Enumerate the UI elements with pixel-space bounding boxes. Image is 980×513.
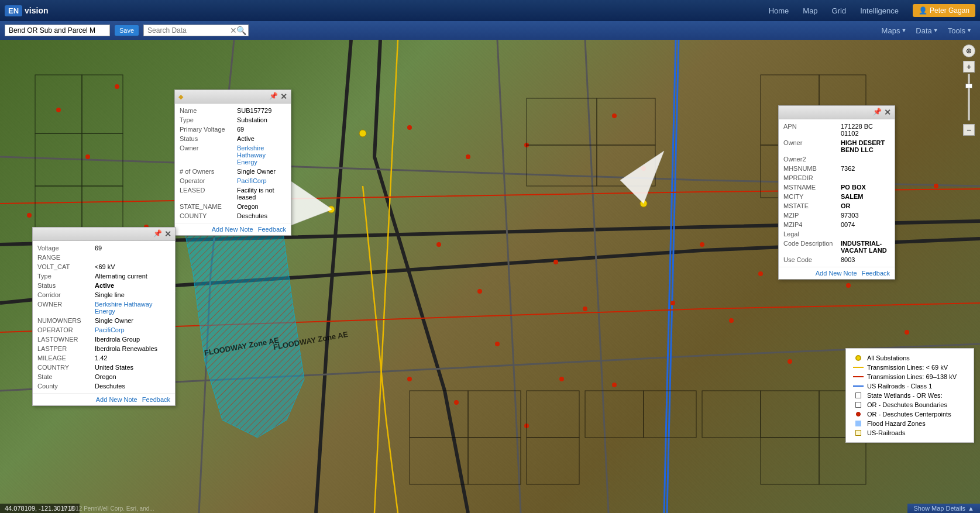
svg-point-23 — [788, 359, 792, 364]
svg-rect-33 — [35, 75, 82, 133]
tools-label: Tools — [948, 26, 965, 35]
svg-point-28 — [934, 184, 938, 188]
nav-home[interactable]: Home — [769, 6, 789, 15]
toolbar-right: Maps ▼ Data ▼ Tools ▼ — [878, 25, 975, 36]
map-container[interactable]: FLOODWAY Zone AE FLOODWAY Zone AE ◆ 📌 ✕ … — [0, 40, 980, 513]
svg-point-22 — [758, 271, 763, 276]
zoom-in-button[interactable]: + — [963, 61, 975, 73]
data-menu-button[interactable]: Data ▼ — [912, 25, 941, 36]
svg-rect-49 — [527, 391, 579, 438]
svg-point-19 — [670, 301, 675, 305]
popup-substation-pin-btn[interactable]: 📌 — [269, 92, 278, 101]
feedback-btn-transmission[interactable]: Feedback — [142, 396, 170, 403]
map-title-input[interactable] — [5, 25, 110, 36]
data-label: Data — [916, 26, 931, 35]
map-legend: All Substations Transmission Lines: < 69… — [845, 348, 974, 443]
svg-rect-56 — [761, 391, 819, 438]
zoom-slider-track[interactable] — [968, 74, 970, 120]
legend-item-transmission-high: Transmission Lines: 69–138 kV — [853, 372, 967, 381]
svg-point-29 — [559, 377, 564, 381]
svg-point-6 — [466, 154, 470, 159]
popup-row: Owner Berkshire Hathaway Energy — [180, 143, 286, 167]
popup-transmission-body: Voltage 69 RANGE VOLT_CAT <69 kV Type Al… — [33, 241, 175, 393]
svg-point-20 — [700, 242, 704, 247]
popup-row: MPREDIR — [783, 173, 890, 183]
popup-row: LASTOWNER Iberdrola Group — [37, 335, 170, 344]
add-note-btn[interactable]: Add New Note — [212, 226, 253, 233]
svg-point-18 — [612, 383, 617, 387]
popup-row: OWNER Berkshire Hathaway Energy — [37, 299, 170, 316]
popup-row: Operator PacifiCorp — [180, 176, 286, 185]
maps-menu-button[interactable]: Maps ▼ — [878, 25, 910, 36]
nav-intelligence[interactable]: Intelligence — [860, 6, 899, 15]
logo-area: EN vision — [5, 5, 49, 16]
popup-transmission-pin-btn[interactable]: 📌 — [153, 229, 162, 239]
popup-row: Legal — [783, 229, 890, 239]
show-map-details-label: Show Map Details — [913, 505, 965, 512]
user-menu-button[interactable]: 👤 Peter Gagan — [913, 4, 975, 17]
popup-row: MCITY SALEM — [783, 192, 890, 201]
feedback-btn[interactable]: Feedback — [258, 226, 286, 233]
svg-rect-39 — [527, 98, 597, 145]
svg-marker-65 — [620, 151, 664, 204]
save-button[interactable]: Save — [115, 25, 139, 36]
legend-item-us-railroads: US-Railroads — [853, 428, 967, 438]
popup-transmission-close-btn[interactable]: ✕ — [164, 229, 171, 239]
popup-transmission: 📌 ✕ Voltage 69 RANGE VOLT_CAT <69 kV Typ… — [32, 227, 176, 406]
legend-item-railroads: US Railroads - Class 1 — [853, 381, 967, 391]
svg-point-21 — [729, 318, 734, 323]
svg-point-11 — [477, 289, 482, 294]
maps-dropdown-arrow: ▼ — [901, 27, 906, 33]
legend-item-deschutes-boundaries: OR - Deschutes Boundaries — [853, 400, 967, 409]
popup-substation: ◆ 📌 ✕ Name SUB157729 Type Substation Pri… — [174, 89, 291, 236]
svg-rect-38 — [82, 186, 123, 233]
popup-substation-close-btn[interactable]: ✕ — [280, 92, 287, 101]
svg-rect-41 — [527, 145, 597, 186]
popup-parcel-close-btn[interactable]: ✕ — [884, 108, 891, 117]
popup-substation-header: ◆ 📌 ✕ — [175, 90, 291, 104]
svg-rect-34 — [82, 75, 123, 133]
popup-row: LEASED Facility is not leased — [180, 185, 286, 202]
user-name: Peter Gagan — [930, 6, 969, 15]
add-note-btn-parcel[interactable]: Add New Note — [816, 270, 857, 277]
popup-parcel-header: 📌 ✕ — [779, 106, 895, 119]
zoom-out-button[interactable]: − — [963, 124, 975, 136]
svg-point-12 — [553, 260, 558, 264]
logo-box: EN — [5, 5, 22, 16]
popup-row: RANGE — [37, 253, 170, 262]
svg-rect-47 — [410, 391, 468, 438]
popup-row: Voltage 69 — [37, 243, 170, 253]
show-map-details-button[interactable]: Show Map Details ▲ — [907, 504, 980, 513]
tools-menu-button[interactable]: Tools ▼ — [944, 25, 975, 36]
popup-row: VOLT_CAT <69 kV — [37, 262, 170, 271]
popup-substation-body: Name SUB157729 Type Substation Primary V… — [175, 104, 291, 223]
svg-point-31 — [359, 130, 366, 137]
popup-row: # of Owners Single Owner — [180, 167, 286, 176]
popup-row: Status Active — [37, 281, 170, 290]
popup-transmission-header: 📌 ✕ — [33, 228, 175, 241]
popup-row: MZIP4 0074 — [783, 220, 890, 229]
nav-map[interactable]: Map — [803, 6, 817, 15]
add-note-btn-transmission[interactable]: Add New Note — [96, 396, 137, 403]
svg-rect-37 — [35, 186, 82, 233]
data-dropdown-arrow: ▼ — [933, 27, 938, 33]
popup-row: Code Description INDUSTRIAL-VACANT LAND — [783, 239, 890, 255]
popup-row: APN 171228 BC 01102 — [783, 122, 890, 138]
svg-rect-52 — [702, 391, 761, 438]
feedback-btn-parcel[interactable]: Feedback — [862, 270, 890, 277]
search-icon[interactable]: 🔍 — [236, 26, 246, 35]
popup-parcel-body: APN 171228 BC 01102 Owner HIGH DESERT BE… — [779, 119, 895, 267]
popup-parcel-pin-btn[interactable]: 📌 — [873, 108, 882, 117]
popup-row: COUNTY Deschutes — [180, 211, 286, 221]
map-navigation: ⊕ + − — [962, 44, 975, 136]
svg-point-8 — [612, 113, 617, 118]
legend-item-wetlands: State Wetlands - OR Wes: — [853, 391, 967, 400]
popup-pin-icon: ◆ — [178, 93, 183, 101]
popup-row: COUNTRY United States — [37, 363, 170, 372]
svg-point-25 — [846, 283, 851, 288]
nav-grid[interactable]: Grid — [832, 6, 847, 15]
search-wrapper: ✕ 🔍 — [143, 25, 249, 36]
zoom-slider-thumb[interactable] — [965, 84, 972, 88]
user-icon: 👤 — [919, 6, 927, 15]
svg-point-16 — [454, 400, 459, 405]
